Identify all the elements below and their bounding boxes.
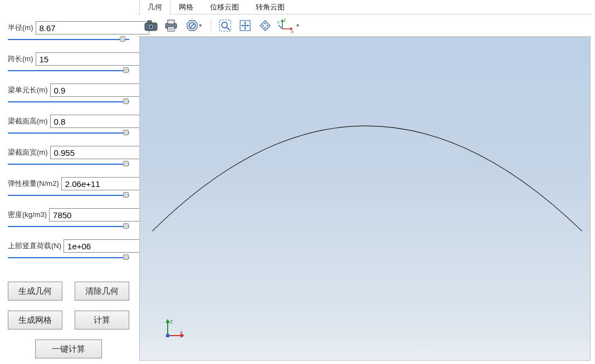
clear-geometry-button[interactable]: 清除几何 (75, 282, 129, 301)
zoom-box-button[interactable] (217, 17, 233, 34)
param-row-span: 跨长(m) (8, 52, 129, 75)
svg-rect-1 (148, 21, 152, 23)
generate-mesh-button[interactable]: 生成网格 (8, 311, 62, 329)
param-row-load: 上部竖直荷载(N) (8, 239, 129, 262)
zoom-box-icon (218, 19, 232, 32)
param-row-radius: 半径(m) (8, 21, 129, 43)
param-row-emod: 弹性模量(N/m2) (8, 177, 129, 199)
vertical-load-slider[interactable] (8, 254, 129, 262)
print-icon (164, 19, 178, 32)
param-row-elem-len: 梁单元长(m) (8, 83, 129, 106)
svg-marker-17 (260, 21, 270, 31)
graphics-viewport[interactable]: z x (139, 37, 591, 361)
svg-rect-6 (168, 20, 174, 24)
camera-icon (144, 20, 158, 31)
coordinate-triad: z x (163, 318, 186, 340)
radius-slider[interactable] (8, 36, 129, 43)
forbid-dropdown-button[interactable]: ▾ (183, 17, 205, 34)
param-label: 弹性模量(N/m2) (8, 179, 59, 189)
geometry-arc (140, 37, 590, 352)
param-label: 梁截面宽(m) (8, 147, 48, 158)
toolbar-separator (211, 18, 211, 33)
section-height-slider[interactable] (8, 129, 129, 137)
tab-mesh[interactable]: 网格 (170, 0, 202, 14)
density-slider[interactable] (8, 223, 129, 230)
one-click-calc-button[interactable]: 一键计算 (35, 340, 102, 358)
print-button[interactable] (163, 17, 179, 34)
generate-geometry-button[interactable]: 生成几何 (8, 282, 62, 301)
tab-displacement[interactable]: 位移云图 (202, 0, 247, 14)
view-tabs: 几何 网格 位移云图 转角云图 (137, 0, 592, 14)
fit-extents-icon (238, 19, 252, 32)
param-label: 密度(kg/m3) (8, 210, 47, 220)
tab-geometry[interactable]: 几何 (139, 0, 170, 14)
svg-point-3 (150, 25, 152, 27)
svg-text:Y: Y (277, 20, 280, 25)
elem-len-slider[interactable] (8, 98, 129, 106)
svg-text:z: z (170, 318, 173, 324)
action-button-grid: 生成几何 清除几何 生成网格 计算 一键计算 (8, 282, 129, 358)
main-area: 几何 网格 位移云图 转角云图 (137, 0, 595, 364)
span-input[interactable] (36, 52, 149, 66)
pan-diamond-icon (259, 19, 272, 32)
svg-rect-32 (166, 334, 169, 337)
svg-text:X: X (291, 29, 294, 33)
param-row-density: 密度(kg/m3) (8, 208, 129, 230)
param-label: 上部竖直荷载(N) (8, 241, 61, 251)
svg-rect-4 (154, 22, 155, 23)
chevron-down-icon: ▾ (199, 22, 202, 28)
forbid-icon (187, 20, 198, 31)
calculate-button[interactable]: 计算 (75, 311, 129, 329)
emodulus-slider[interactable] (8, 191, 129, 199)
axis-3d-icon: Z X Y (277, 17, 295, 34)
section-width-slider[interactable] (8, 160, 129, 168)
svg-rect-7 (168, 27, 174, 31)
svg-text:x: x (180, 329, 183, 336)
param-row-sec-w: 梁截面宽(m) (8, 146, 129, 168)
parameter-sidebar: 半径(m) 跨长(m) 梁单元长(m) (0, 0, 137, 364)
view-toolbar: ▾ (137, 14, 592, 37)
svg-point-14 (222, 22, 227, 28)
axis-3d-dropdown-button[interactable]: Z X Y ▾ (277, 17, 299, 34)
tab-rotation[interactable]: 转角云图 (247, 0, 293, 14)
screenshot-button[interactable] (143, 17, 159, 34)
chevron-down-icon: ▾ (296, 22, 299, 28)
pan-diamond-button[interactable] (257, 17, 274, 34)
radius-input[interactable] (36, 21, 149, 35)
param-row-sec-h: 梁截面高(m) (8, 115, 129, 137)
svg-line-15 (227, 27, 230, 30)
param-label: 半径(m) (8, 23, 33, 33)
svg-text:Z: Z (284, 18, 286, 23)
svg-marker-27 (165, 319, 170, 323)
param-label: 梁单元长(m) (8, 85, 48, 95)
param-label: 梁截面高(m) (8, 116, 48, 126)
svg-line-24 (279, 25, 282, 29)
fit-extents-button[interactable] (237, 17, 253, 34)
param-label: 跨长(m) (8, 54, 33, 64)
span-slider[interactable] (8, 67, 129, 75)
